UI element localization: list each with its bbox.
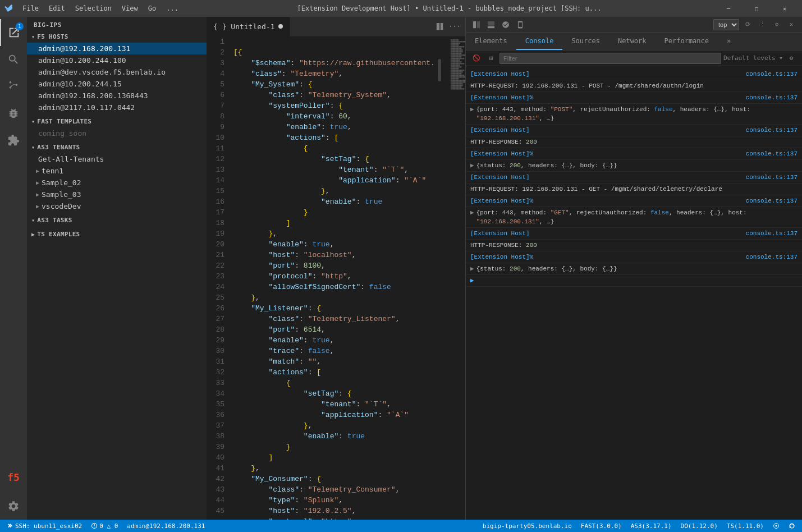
console-source-12[interactable]: console.ts:137 (746, 229, 798, 238)
expand-arrow-15[interactable]: ▶ (470, 264, 474, 273)
minimize-button[interactable]: ─ (716, 0, 741, 17)
host-item-1[interactable]: admin@10.200.244.100 (27, 54, 207, 66)
default-levels-label: Default levels ▾ (723, 54, 783, 62)
devtools-tab-performance[interactable]: Performance (656, 33, 718, 50)
status-ts[interactable]: TS(1.11.0) (725, 520, 766, 532)
console-source-14[interactable]: console.ts:137 (746, 253, 798, 262)
menu-more[interactable]: ... (162, 3, 183, 13)
status-sync-icon[interactable] (786, 520, 798, 532)
expand-arrow-3[interactable]: ▶ (470, 105, 474, 114)
console-source-4[interactable]: console.ts:137 (746, 126, 798, 135)
status-bigip[interactable]: bigip-tparty05.benlab.io (480, 520, 574, 532)
status-do[interactable]: DO(1.12.0) (679, 520, 720, 532)
fast-templates-header[interactable]: ▾ FAST TEMPLATES (27, 116, 207, 127)
as3-tenant-sample03[interactable]: ▶ Sample_03 (27, 189, 207, 200)
chevron-down-icon-at: ▾ (31, 144, 35, 150)
editor-scrollbar[interactable] (436, 36, 443, 520)
vscode-icon (4, 4, 13, 13)
status-as3[interactable]: AS3(3.17.1) (629, 520, 674, 532)
activity-explorer[interactable]: 1 (0, 19, 27, 46)
activity-search[interactable] (0, 46, 27, 73)
console-source-10[interactable]: console.ts:137 (746, 196, 798, 205)
settings-devtools-button[interactable]: ⚙ (771, 19, 783, 31)
more-actions-button[interactable]: ··· (448, 20, 461, 33)
as3-tenant-get-all[interactable]: Get-All-Tenants (27, 153, 207, 165)
code-content[interactable]: [{ "$schema": "https://raw.githubusercon… (229, 36, 436, 520)
devtools-tab-network[interactable]: Network (609, 33, 656, 50)
editor-tab-untitled1[interactable]: { } Untitled-1 (207, 17, 290, 36)
host-item-2[interactable]: admin@dev.vscode.f5.benlab.io (27, 66, 207, 78)
close-devtools-button[interactable]: ✕ (785, 19, 798, 31)
expand-arrow-16[interactable]: ▶ (470, 276, 474, 285)
devtools-tab-console[interactable]: Console (516, 33, 563, 50)
sidebar: BIG-IPS ▾ F5 HOSTS admin@192.168.200.131… (27, 17, 207, 520)
f5-hosts-header[interactable]: ▾ F5 HOSTS (27, 31, 207, 43)
console-entry-10: [Extension Host]% console.ts:137 (466, 195, 802, 207)
as3-tenant-tenn1[interactable]: ▶ tenn1 (27, 165, 207, 177)
activity-source-control[interactable] (0, 73, 27, 100)
line-numbers: 12345 678910 1112131415 1617181920 21222… (207, 36, 229, 520)
devtools-content: [Extension Host] console.ts:137 HTTP-REQ… (466, 66, 802, 520)
code-editor: 12345 678910 1112131415 1617181920 21222… (207, 36, 465, 520)
status-fast[interactable]: FAST(3.0.0) (579, 520, 624, 532)
dock-left-button[interactable] (470, 19, 483, 31)
console-source-6[interactable]: console.ts:137 (746, 149, 798, 158)
chevron-down-icon-ft: ▾ (31, 118, 35, 125)
status-host-label: admin@192.168.200.131 (127, 522, 205, 530)
main-layout: 1 f5 BIG-IPS ▾ F5 HOSTS adm (0, 17, 802, 520)
as3-tenants-header[interactable]: ▾ AS3 TENANTS (27, 141, 207, 153)
frame-selector[interactable]: top (713, 19, 739, 30)
menu-selection[interactable]: Selection (71, 3, 116, 13)
settings-console-button[interactable]: ⚙ (785, 52, 798, 65)
devtools-tab-elements[interactable]: Elements (466, 33, 516, 50)
ts-examples-header[interactable]: ▶ TS EXAMPLES (27, 228, 207, 240)
status-errors[interactable]: 0 △ 0 (89, 520, 120, 532)
console-msg-16 (476, 276, 798, 285)
filter-input[interactable] (499, 53, 721, 64)
as3-tenant-vscodeDev[interactable]: ▶ vscodeDev (27, 200, 207, 212)
activity-extensions[interactable] (0, 127, 27, 154)
filter-toggle-button[interactable]: ⊞ (485, 52, 497, 65)
status-host[interactable]: admin@192.168.200.131 (125, 520, 207, 532)
chevron-right-icon-ts: ▶ (31, 231, 35, 237)
host-item-4[interactable]: admin@192.168.200.1368443 (27, 90, 207, 102)
status-remote[interactable]: SSH: ubun11_esxi02 (4, 520, 84, 532)
console-source-2[interactable]: console.ts:137 (746, 93, 798, 102)
as3-tenant-sample02[interactable]: ▶ Sample_02 (27, 177, 207, 189)
expand-arrow-11[interactable]: ▶ (470, 208, 474, 217)
as3-tenant-label-2: Sample_02 (42, 178, 81, 187)
host-item-5[interactable]: admin@2117.10.117.0442 (27, 102, 207, 113)
split-editor-button[interactable] (434, 20, 446, 33)
menu-edit[interactable]: Edit (44, 3, 70, 13)
close-button[interactable]: ✕ (772, 0, 798, 17)
dock-bottom-button[interactable] (485, 19, 497, 31)
chevron-right-icon-4: ▶ (36, 203, 39, 209)
devtools-tab-sources[interactable]: Sources (562, 33, 609, 50)
console-source-8[interactable]: console.ts:137 (746, 173, 798, 182)
device-toggle-button[interactable] (514, 19, 526, 31)
console-entry-5: HTTP-RESPONSE: 200 (466, 136, 802, 148)
console-msg-5: HTTP-RESPONSE: 200 (470, 137, 798, 146)
console-msg-13: HTTP-RESPONSE: 200 (470, 241, 798, 250)
clear-console-button[interactable]: 🚫 (470, 52, 483, 65)
f5-logo[interactable]: f5 (0, 464, 27, 490)
as3-tasks-header[interactable]: ▾ AS3 TASKS (27, 214, 207, 226)
expand-arrow-7[interactable]: ▶ (470, 161, 474, 170)
console-entry-14: [Extension Host]% console.ts:137 (466, 251, 802, 263)
status-remote-icon-right[interactable] (771, 520, 782, 532)
menu-file[interactable]: File (18, 3, 43, 13)
inspect-button[interactable] (499, 19, 512, 31)
more-devtools-button[interactable]: ⋮ (756, 19, 768, 31)
devtools-tab-more[interactable]: » (718, 33, 740, 50)
host-label-5: admin@2117.10.117.0442 (38, 103, 135, 112)
menu-go[interactable]: Go (144, 3, 161, 13)
console-source-0[interactable]: console.ts:137 (746, 70, 798, 79)
maximize-button[interactable]: □ (744, 0, 769, 17)
activity-debug[interactable] (0, 100, 27, 127)
host-item-0[interactable]: admin@192.168.200.131 ✎ (27, 43, 207, 54)
activity-settings[interactable] (0, 493, 27, 520)
host-item-3[interactable]: admin@10.200.244.15 (27, 78, 207, 90)
menu-view[interactable]: View (117, 3, 143, 13)
console-entry-11: ▶ {port: 443, method: "GET", rejectUnaut… (466, 207, 802, 228)
devtools-header-right: top ⟳ ⋮ ⚙ ✕ (713, 19, 798, 31)
